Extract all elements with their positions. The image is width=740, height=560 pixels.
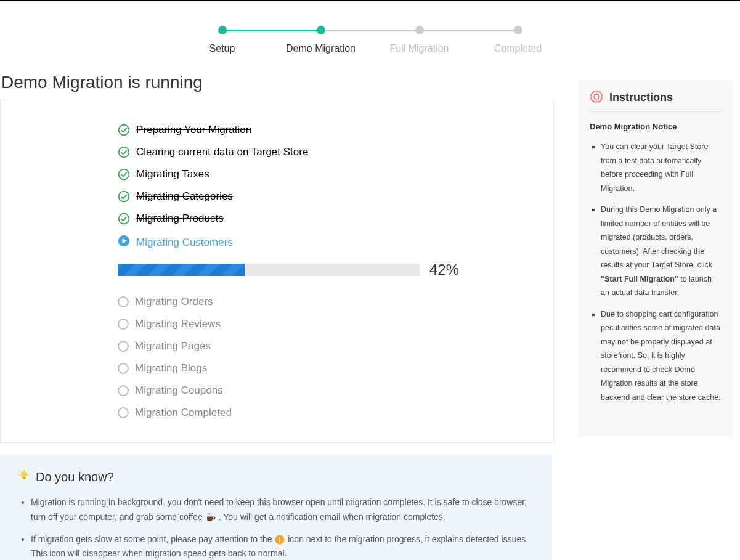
task-done: Clearing current data on Target Store (118, 141, 529, 163)
play-icon (118, 235, 130, 250)
circle-icon (118, 363, 129, 374)
notice-list: You can clear your Target Store from a t… (590, 140, 722, 404)
circle-icon (118, 385, 129, 396)
svg-point-3 (119, 192, 129, 202)
step-label: Demo Migration (286, 43, 356, 54)
svg-point-0 (119, 125, 129, 136)
task-label: Migrating Coupons (135, 384, 223, 397)
step-label: Full Migration (389, 43, 449, 54)
info-icon (274, 534, 285, 545)
task-label: Migration Completed (135, 407, 232, 419)
task-pending: Migration Completed (118, 402, 529, 424)
task-done: Migrating Taxes (118, 163, 529, 185)
task-label: Migrating Orders (135, 296, 213, 308)
task-label: Migrating Taxes (136, 168, 209, 181)
notice-item: Due to shopping cart configuration pecul… (601, 307, 722, 405)
task-label: Migrating Categories (136, 190, 233, 203)
lifering-icon (590, 90, 603, 105)
task-label: Migrating Reviews (135, 318, 221, 330)
svg-rect-9 (280, 538, 281, 542)
task-label: Migrating Blogs (135, 362, 207, 375)
check-icon (118, 213, 130, 225)
svg-point-12 (594, 94, 599, 99)
task-pending: Migrating Blogs (118, 357, 529, 379)
step-connector (222, 30, 321, 31)
tip-box: Do you know? Migration is running in bac… (0, 455, 552, 560)
coffee-icon (205, 512, 216, 523)
check-icon (118, 168, 130, 181)
step-dot (218, 26, 227, 34)
task-pending: Migrating Coupons (118, 379, 529, 402)
task-done: Migrating Categories (118, 185, 529, 208)
step-dot (514, 26, 522, 34)
step-label: Setup (209, 43, 235, 54)
notice-item: You can clear your Target Store from a t… (601, 140, 722, 195)
notice-title: Demo Migration Notice (590, 122, 722, 131)
progress-percent: 42% (429, 261, 459, 278)
task-label: Migrating Pages (135, 340, 211, 352)
svg-rect-7 (23, 477, 26, 479)
notice-item: During this Demo Migration only a limite… (601, 203, 722, 300)
task-pending: Migrating Orders (118, 291, 529, 313)
svg-point-10 (279, 537, 280, 538)
task-label: Clearing current data on Target Store (136, 146, 308, 158)
progress-fill (118, 264, 245, 276)
task-current: Migrating Customers (118, 230, 529, 255)
task-done: Preparing Your Migration (118, 119, 529, 141)
task-list: Preparing Your Migration Clearing curren… (1, 119, 553, 424)
step-dot (317, 26, 325, 34)
bulb-icon (17, 469, 31, 485)
circle-icon (118, 296, 129, 307)
svg-point-1 (119, 147, 129, 158)
check-icon (118, 146, 130, 158)
step-setup: Setup (173, 26, 272, 54)
svg-point-6 (21, 471, 28, 478)
svg-point-2 (119, 169, 129, 180)
tip-title-text: Do you know? (36, 470, 114, 484)
svg-point-4 (119, 214, 129, 224)
step-connector (420, 30, 518, 31)
migration-panel: Preparing Your Migration Clearing curren… (0, 100, 554, 443)
circle-icon (118, 319, 129, 330)
progress-row: 42% (118, 261, 529, 278)
sidebar-title: Instructions (609, 91, 673, 104)
progress-stepper: Setup Demo Migration Full Migration Comp… (0, 1, 740, 73)
step-dot (415, 26, 424, 34)
task-pending: Migrating Reviews (118, 313, 529, 335)
task-pending: Migrating Pages (118, 335, 529, 357)
task-done: Migrating Products (118, 208, 529, 230)
check-icon (118, 190, 130, 203)
step-label: Completed (494, 43, 542, 54)
step-connector (321, 30, 420, 31)
page-title: Demo Migration is running (0, 73, 554, 92)
tip-item: Migration is running in background, you … (31, 495, 535, 525)
sidebar-instructions: Instructions Demo Migration Notice You c… (579, 80, 733, 436)
task-label: Migrating Customers (136, 237, 233, 249)
progress-bar (118, 264, 420, 276)
circle-icon (118, 407, 129, 418)
circle-icon (118, 341, 129, 352)
tip-list: Migration is running in background, you … (17, 495, 535, 560)
tip-title: Do you know? (17, 469, 535, 485)
task-label: Migrating Products (136, 213, 224, 225)
tip-item: If migration gets slow at some point, pl… (31, 532, 535, 560)
sidebar-header: Instructions (590, 90, 722, 112)
check-icon (118, 124, 130, 136)
task-label: Preparing Your Migration (136, 124, 251, 136)
